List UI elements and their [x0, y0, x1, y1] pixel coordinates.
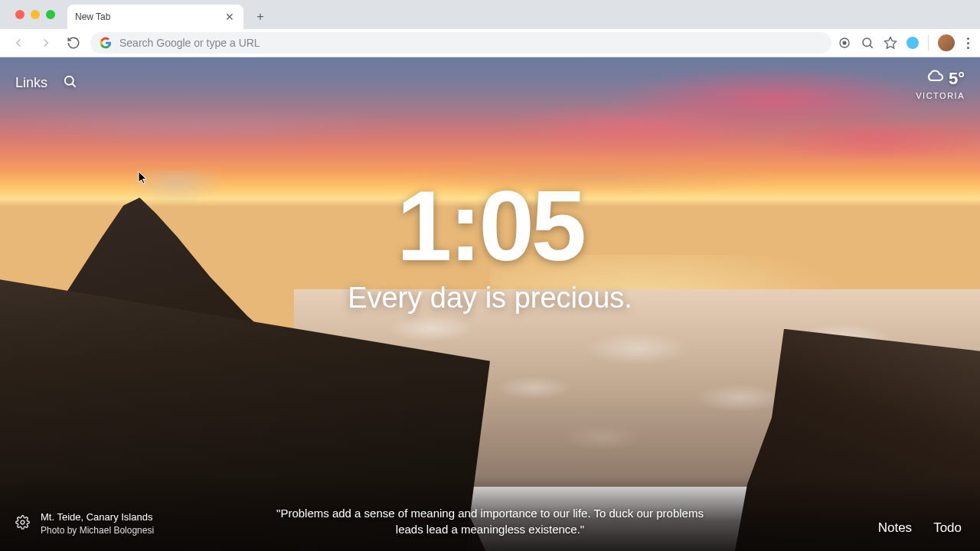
clock-time: 1:05 [348, 176, 632, 276]
window-controls [6, 0, 64, 29]
svg-point-2 [863, 38, 871, 47]
omnibox-placeholder: Search Google or type a URL [119, 37, 260, 49]
svg-point-4 [21, 520, 24, 524]
cloud-icon [926, 68, 944, 90]
quote-text[interactable]: "Problems add a sense of meaning and imp… [268, 505, 712, 537]
maximize-window-button[interactable] [46, 10, 55, 19]
back-button[interactable] [8, 32, 29, 54]
close-window-button[interactable] [15, 10, 24, 19]
bookmark-icon[interactable] [884, 36, 897, 50]
search-icon[interactable] [63, 74, 77, 92]
profile-avatar[interactable] [938, 34, 955, 51]
cursor-icon [138, 171, 149, 186]
svg-point-3 [65, 77, 74, 85]
temperature: 5° [949, 69, 965, 89]
separator [928, 35, 929, 51]
svg-point-1 [843, 41, 846, 44]
photo-title: Mt. Teide, Canary Islands [41, 510, 154, 524]
todo-button[interactable]: Todo [933, 520, 962, 536]
zoom-icon[interactable] [861, 36, 874, 50]
address-bar[interactable]: Search Google or type a URL [90, 32, 831, 54]
photo-credit: Photo by Michael Bolognesi [41, 524, 154, 537]
close-tab-icon[interactable]: ✕ [224, 11, 236, 23]
new-tab-button[interactable]: + [250, 6, 271, 28]
weather-widget[interactable]: 5° VICTORIA [916, 68, 965, 100]
new-tab-content: Links 5° VICTORIA 1:05 Every day is prec… [0, 57, 980, 551]
browser-tab[interactable]: New Tab ✕ [67, 5, 243, 29]
browser-menu-icon[interactable] [964, 37, 972, 49]
links-button[interactable]: Links [15, 75, 47, 91]
settings-icon[interactable] [15, 515, 30, 533]
forward-button[interactable] [35, 32, 57, 54]
google-icon [100, 37, 112, 49]
weather-location: VICTORIA [916, 91, 965, 100]
photo-attribution[interactable]: Mt. Teide, Canary Islands Photo by Micha… [41, 510, 154, 537]
mantra-text: Every day is precious. [348, 282, 632, 315]
notes-button[interactable]: Notes [878, 520, 912, 536]
extension-icon[interactable] [906, 37, 919, 49]
tab-title: New Tab [75, 11, 217, 22]
minimize-window-button[interactable] [31, 10, 40, 19]
location-icon[interactable] [838, 36, 851, 50]
browser-chrome: New Tab ✕ + Search Google or type a URL [0, 0, 980, 57]
reload-button[interactable] [63, 32, 84, 54]
browser-toolbar: Search Google or type a URL [0, 29, 980, 57]
tab-bar: New Tab ✕ + [0, 0, 980, 29]
